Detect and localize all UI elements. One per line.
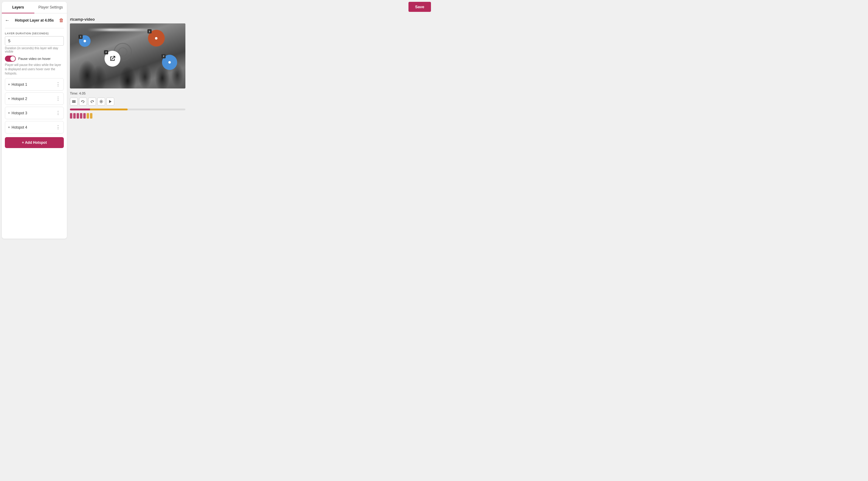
hotspot-badge-4: 4 bbox=[104, 50, 108, 54]
hotspot-item-4[interactable]: ▾ Hotspot 4 ⋮ bbox=[5, 121, 64, 133]
toggle-label: Pause video on hover bbox=[18, 57, 51, 61]
pause-toggle-switch[interactable] bbox=[5, 56, 16, 62]
chevron-down-icon: ▾ bbox=[8, 126, 10, 129]
tab-player-settings[interactable]: Player Settings bbox=[34, 2, 67, 13]
hotspot-node-1[interactable]: 1 bbox=[79, 35, 91, 47]
timeline-marker-5 bbox=[83, 113, 86, 119]
hotspot-item-1[interactable]: ▾ Hotspot 1 ⋮ bbox=[5, 78, 64, 91]
left-panel: Layers Player Settings ← Hotspot Layer a… bbox=[2, 2, 67, 239]
video-player[interactable]: 1 2 3 4 bbox=[70, 23, 185, 88]
svg-rect-1 bbox=[72, 101, 76, 102]
wall-art-inner bbox=[118, 48, 127, 57]
hotspot-badge-3: 3 bbox=[147, 29, 152, 33]
chevron-down-icon: ▾ bbox=[8, 83, 10, 86]
right-area: Save rtcamp-video 1 2 bbox=[69, 0, 434, 241]
chevron-down-icon: ▾ bbox=[8, 111, 10, 115]
hotspot-badge-2: 2 bbox=[161, 54, 166, 58]
duration-section: LAYER DURATION (SECONDS) Duration (in se… bbox=[5, 32, 64, 53]
layers-icon bbox=[72, 99, 76, 104]
hotspot-dot-3 bbox=[155, 37, 157, 39]
save-button[interactable]: Save bbox=[408, 2, 431, 12]
redirect-arrow-icon bbox=[109, 55, 116, 62]
hotspot-4-menu-icon[interactable]: ⋮ bbox=[56, 124, 60, 130]
svg-point-3 bbox=[101, 101, 102, 102]
redo-icon[interactable] bbox=[88, 98, 96, 106]
svg-rect-2 bbox=[72, 102, 76, 103]
duration-input[interactable] bbox=[5, 36, 64, 46]
hotspot-badge-1: 1 bbox=[79, 35, 83, 39]
timeline-marker-3 bbox=[76, 113, 79, 119]
add-hotspot-button[interactable]: + Add Hotspot bbox=[5, 137, 64, 148]
progress-bar-fill bbox=[70, 109, 128, 110]
video-section: rtcamp-video 1 2 3 bbox=[70, 17, 431, 119]
hotspot-2-menu-icon[interactable]: ⋮ bbox=[56, 96, 60, 101]
settings-icon[interactable] bbox=[97, 98, 105, 106]
video-ceiling-lights bbox=[87, 29, 157, 31]
toggle-hint: Player will pause the video while the la… bbox=[5, 63, 64, 76]
tab-layers[interactable]: Layers bbox=[2, 2, 34, 13]
hotspot-2-label: Hotspot 2 bbox=[11, 97, 27, 101]
play-icon[interactable] bbox=[106, 98, 114, 106]
hotspot-node-2[interactable]: 2 bbox=[162, 55, 177, 70]
pause-toggle-section: Pause video on hover Player will pause t… bbox=[5, 56, 64, 76]
hotspot-1-label: Hotspot 1 bbox=[11, 82, 27, 87]
divider-1 bbox=[5, 28, 64, 28]
add-layer-icon[interactable] bbox=[70, 98, 78, 106]
hotspot-node-4[interactable]: 4 bbox=[104, 51, 120, 67]
hotspot-list: ▾ Hotspot 1 ⋮ ▾ Hotspot 2 ⋮ ▾ Hotspot 3 … bbox=[5, 78, 64, 133]
svg-marker-4 bbox=[109, 100, 112, 103]
progress-bar[interactable] bbox=[70, 109, 185, 110]
panel-content: ← Hotspot Layer at 4.05s 🗑 LAYER DURATIO… bbox=[2, 13, 67, 239]
back-icon[interactable]: ← bbox=[5, 18, 10, 23]
timeline-marker-1 bbox=[70, 113, 72, 119]
timeline-marker-2 bbox=[73, 113, 76, 119]
timeline-markers bbox=[70, 113, 431, 119]
hotspot-dot-2 bbox=[168, 61, 171, 64]
undo-icon[interactable] bbox=[79, 98, 87, 106]
hotspot-item-3[interactable]: ▾ Hotspot 3 ⋮ bbox=[5, 107, 64, 119]
duration-label: LAYER DURATION (SECONDS) bbox=[5, 32, 64, 35]
delete-icon[interactable]: 🗑 bbox=[59, 18, 64, 23]
timeline-marker-4 bbox=[80, 113, 82, 119]
hotspot-item-2[interactable]: ▾ Hotspot 2 ⋮ bbox=[5, 92, 64, 105]
hotspot-3-label: Hotspot 3 bbox=[11, 111, 27, 115]
chevron-down-icon: ▾ bbox=[8, 97, 10, 100]
video-time: Time: 4.05 bbox=[70, 92, 431, 95]
hotspot-3-menu-icon[interactable]: ⋮ bbox=[56, 110, 60, 116]
hotspot-4-label: Hotspot 4 bbox=[11, 125, 27, 129]
play-svg bbox=[108, 99, 113, 104]
timeline-controls bbox=[70, 98, 431, 106]
toggle-row: Pause video on hover bbox=[5, 56, 64, 62]
timeline-marker-7 bbox=[90, 113, 92, 119]
duration-hint: Duration (in seconds) this layer will st… bbox=[5, 47, 64, 53]
hotspot-layer-title: Hotspot Layer at 4.05s bbox=[15, 18, 54, 23]
hotspot-dot-1 bbox=[84, 40, 86, 42]
hotspot-1-menu-icon[interactable]: ⋮ bbox=[56, 82, 60, 87]
timeline-marker-6 bbox=[87, 113, 89, 119]
gear-svg bbox=[99, 99, 103, 104]
panel-header: ← Hotspot Layer at 4.05s 🗑 bbox=[5, 17, 64, 24]
tabs: Layers Player Settings bbox=[2, 2, 67, 13]
undo-svg bbox=[81, 99, 85, 104]
redo-svg bbox=[90, 99, 94, 104]
hotspot-node-3[interactable]: 3 bbox=[148, 30, 165, 47]
video-title: rtcamp-video bbox=[70, 17, 431, 22]
svg-rect-0 bbox=[72, 100, 76, 101]
